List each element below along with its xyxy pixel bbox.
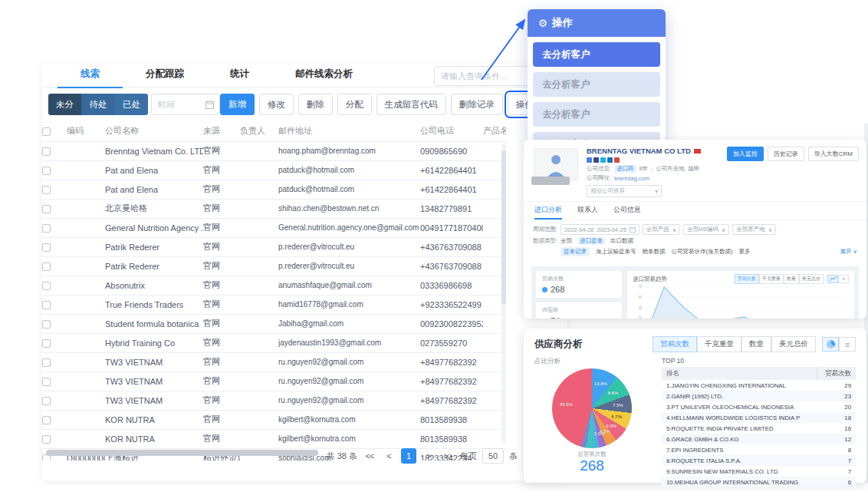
- trend-metric-千克重量[interactable]: 千克重量: [759, 274, 784, 284]
- checkbox[interactable]: [42, 301, 51, 309]
- checkbox[interactable]: [42, 358, 51, 367]
- popup-item-analyze-customer[interactable]: 去分析客户: [533, 102, 660, 127]
- filter-select-2[interactable]: 全部原产地∨: [732, 224, 776, 235]
- detail-action-2[interactable]: 导入大数CRM: [808, 147, 859, 161]
- website-link[interactable]: brenntag.com: [614, 175, 649, 182]
- generate-code-button[interactable]: 生成留言代码: [376, 94, 446, 115]
- similar-company-select[interactable]: 相似公司推荐 ▾: [587, 185, 662, 197]
- column-header-编码: 编码: [67, 121, 105, 141]
- trend-metric-美元总价[interactable]: 美元总价: [799, 274, 824, 284]
- current-page[interactable]: 1: [401, 448, 416, 464]
- pie-chart-toggle[interactable]: [822, 337, 839, 352]
- checkbox[interactable]: [42, 167, 51, 175]
- segment-待处理[interactable]: 待处理: [81, 94, 114, 115]
- data-type-出口数据[interactable]: 出口数据: [610, 237, 633, 245]
- tab-邮件线索分析[interactable]: 邮件线索分析: [272, 64, 376, 88]
- popup-item-analyze-customer[interactable]: 去分析客户: [533, 42, 660, 67]
- delete-record-button[interactable]: 删除记录: [451, 94, 503, 115]
- table-row[interactable]: KOR NUTRA官网kgilbert@kornutra.com80135899…: [42, 410, 506, 429]
- segment-未分配[interactable]: 未分配: [48, 94, 81, 115]
- tab-统计[interactable]: 统计: [207, 64, 272, 88]
- social-icon[interactable]: [607, 157, 613, 163]
- checkbox[interactable]: [42, 263, 51, 271]
- column-header-邮件地址: 邮件地址: [278, 121, 420, 141]
- data-chip-海上运输提单号[interactable]: 海上运输提单号: [596, 248, 636, 256]
- table-row[interactable]: Patrik Rederer官网p.rederer@vitrocult.eu+4…: [42, 256, 506, 276]
- detail-action-1[interactable]: 历史记录: [768, 147, 804, 161]
- checkbox[interactable]: [42, 397, 51, 405]
- table-row[interactable]: TW3 VIETNAM官网ru.nguyen92@gmail.com+84977…: [42, 391, 506, 410]
- date-filter[interactable]: 时间: [151, 94, 219, 115]
- tab-分配跟踪[interactable]: 分配跟踪: [123, 64, 207, 88]
- social-icon[interactable]: [600, 157, 606, 163]
- checkbox[interactable]: [42, 147, 51, 156]
- data-chip-提单记录[interactable]: 提单记录: [561, 247, 590, 256]
- supplier-metric-贸易次数[interactable]: 贸易次数: [653, 336, 697, 352]
- checkbox[interactable]: [42, 282, 51, 290]
- table-row[interactable]: Pat and Elena官网patduck@hotmail.com+61422…: [42, 160, 506, 180]
- assign-button[interactable]: 分配: [337, 94, 372, 115]
- select-all-checkbox[interactable]: [42, 121, 67, 141]
- detail-tab-公司信息[interactable]: 公司信息: [613, 205, 641, 220]
- page-size-input[interactable]: 50: [482, 448, 504, 464]
- table-row[interactable]: Hybrid Training Co官网jaydenaustin1993@gma…: [42, 333, 506, 352]
- table-row[interactable]: Brenntag Vietnam Co. LTD官网hoang.pham@bre…: [42, 141, 506, 160]
- social-icon[interactable]: [587, 157, 592, 163]
- data-chip-舱单数据[interactable]: 舱单数据: [643, 248, 666, 256]
- social-icon[interactable]: [614, 157, 620, 163]
- checkbox[interactable]: [42, 320, 51, 329]
- checkbox[interactable]: [42, 205, 51, 213]
- detail-tab-联系人[interactable]: 联系人: [577, 205, 598, 220]
- data-chip-更多[interactable]: 更多: [739, 248, 751, 256]
- detail-tab-进口分析[interactable]: 进口分析: [534, 205, 562, 220]
- checkbox[interactable]: [42, 224, 51, 233]
- delete-button[interactable]: 删除: [298, 94, 333, 115]
- detail-action-0[interactable]: 加入监控: [727, 147, 764, 161]
- table-row[interactable]: Patrik Rederer官网p.rederer@vitrocult.eu+4…: [42, 237, 506, 256]
- table-row[interactable]: TW3 VIETNAM官网ru.nguyen92@gmail.com+84977…: [42, 371, 506, 391]
- date-range-picker[interactable]: 2022-04-26 2023-04-25: [561, 224, 639, 235]
- supplier-metric-美元总价[interactable]: 美元总价: [771, 336, 816, 352]
- social-icon[interactable]: [593, 157, 599, 163]
- next-page-button[interactable]: >: [422, 451, 436, 461]
- last-page-button[interactable]: >>: [441, 451, 455, 461]
- expand-toggle[interactable]: 展开 ∨: [840, 248, 857, 256]
- trend-metric-贸易次数[interactable]: 贸易次数: [735, 274, 759, 284]
- table-view-toggle[interactable]: ≡: [838, 275, 849, 283]
- checkbox[interactable]: [42, 243, 51, 252]
- checkbox[interactable]: [42, 435, 51, 444]
- edit-button[interactable]: 修改: [259, 94, 294, 115]
- table-row[interactable]: KOR NUTRA官网kgilbert@kornutra.com80135899…: [42, 429, 506, 448]
- checkbox[interactable]: [42, 127, 51, 136]
- checkbox[interactable]: [42, 339, 51, 348]
- checkbox[interactable]: [42, 416, 51, 424]
- line-chart-toggle[interactable]: [827, 275, 838, 283]
- data-chip-公司贸易伙伴(海关数据)[interactable]: 公司贸易伙伴(海关数据): [672, 248, 733, 256]
- table-row[interactable]: 北京曼哈格官网shihao.chen@bestown.net.cn1348277…: [42, 199, 506, 218]
- prev-page-button[interactable]: <: [382, 451, 396, 461]
- checkbox[interactable]: [42, 186, 51, 194]
- supplier-trades: 20: [817, 401, 856, 412]
- table-row[interactable]: Pat and Elena官网patduck@hotmail.com+61422…: [42, 180, 506, 199]
- table-row[interactable]: Absonutrix官网anumashfaque@gmail.com033369…: [42, 276, 506, 295]
- table-row[interactable]: General Nutrition Agency ...官网General.nu…: [42, 218, 506, 237]
- add-button[interactable]: 新增: [220, 94, 255, 115]
- tab-线索[interactable]: 线索: [58, 64, 123, 88]
- checkbox[interactable]: [42, 378, 51, 386]
- segment-已处理[interactable]: 已处理: [115, 94, 148, 115]
- data-type-全部[interactable]: 全部: [561, 237, 572, 245]
- popup-item-analyze-customer[interactable]: 去分析客户: [533, 72, 660, 97]
- first-page-button[interactable]: <<: [363, 451, 376, 461]
- supplier-metric-千克重量[interactable]: 千克重量: [697, 336, 741, 352]
- supplier-analysis-card: 供应商分析 贸易次数千克重量数量美元总价 ≡ 占比分析 10.8%8.6%7.5…: [524, 329, 866, 483]
- filter-select-1[interactable]: 全部HS编码∨: [683, 224, 729, 235]
- table-vertical-scrollbar[interactable]: [501, 143, 506, 444]
- table-row[interactable]: Student formula botanica官网Jabiha@gmail.c…: [42, 314, 506, 333]
- supplier-metric-数量[interactable]: 数量: [741, 336, 771, 352]
- list-view-toggle[interactable]: ≡: [839, 337, 856, 352]
- table-row[interactable]: True Friends Traders官网hamid16778@gmail.c…: [42, 295, 506, 314]
- data-type-进口提单[interactable]: 进口提单: [577, 237, 605, 245]
- trend-metric-数量[interactable]: 数量: [784, 274, 799, 284]
- table-row[interactable]: TW3 VIETNAM官网ru.nguyen92@gmail.com+84977…: [42, 352, 506, 371]
- filter-select-0[interactable]: 全部产品∨: [643, 224, 681, 235]
